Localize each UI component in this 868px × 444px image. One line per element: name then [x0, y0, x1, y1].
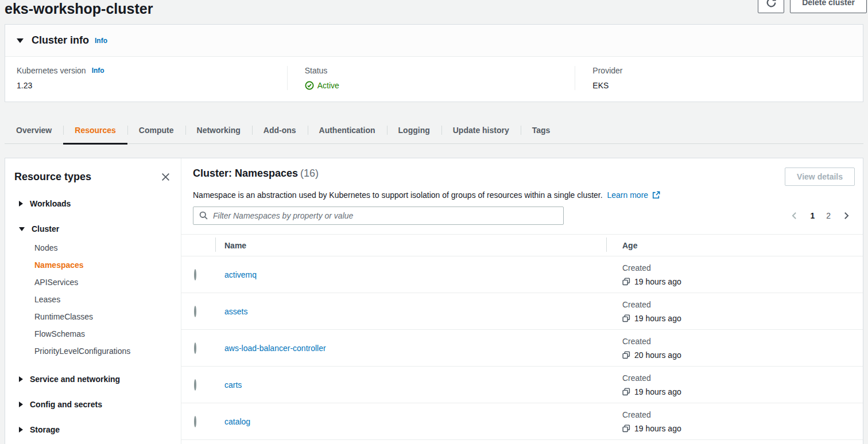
- caret-down-icon: [19, 227, 25, 231]
- pagination-page-2[interactable]: 2: [826, 211, 831, 220]
- column-header-age[interactable]: Age: [606, 241, 863, 250]
- copy-icon[interactable]: [622, 424, 630, 433]
- check-circle-icon: [305, 81, 314, 90]
- caret-right-icon: [19, 201, 23, 207]
- cluster-info-title: Cluster info: [32, 34, 89, 46]
- copy-icon[interactable]: [622, 314, 630, 322]
- row-radio[interactable]: [194, 416, 196, 427]
- tab-add-ons[interactable]: Add-ons: [252, 117, 308, 143]
- description-text: Namespace is an abstraction used by Kube…: [193, 190, 603, 200]
- tree-group-label: Cluster: [32, 223, 59, 235]
- delete-cluster-button[interactable]: Delete cluster: [790, 0, 867, 13]
- tree-group-cluster[interactable]: Cluster: [19, 223, 172, 235]
- tab-networking[interactable]: Networking: [185, 117, 252, 143]
- namespaces-content: Cluster: Namespaces (16) View details Na…: [181, 158, 863, 444]
- namespace-link[interactable]: assets: [224, 307, 247, 316]
- external-link-icon: [652, 191, 660, 199]
- tree-item-namespaces[interactable]: Namespaces: [34, 256, 172, 274]
- tree-item-apiservices[interactable]: APIServices: [34, 274, 172, 291]
- cluster-info-header[interactable]: Cluster info Info: [5, 25, 863, 56]
- namespaces-table: Name Age activemq Created 19 hours ago: [181, 234, 863, 440]
- table-row: activemq Created 19 hours ago: [181, 256, 863, 293]
- cluster-tabs: Overview Resources Compute Networking Ad…: [5, 117, 863, 144]
- tree-group-label: Storage: [30, 424, 60, 435]
- age-value: 19 hours ago: [634, 385, 681, 399]
- created-label: Created: [622, 298, 863, 311]
- row-radio[interactable]: [194, 379, 196, 391]
- namespaces-title: Cluster: Namespaces: [193, 168, 298, 179]
- cluster-info-card: Cluster info Info Kubernetes version Inf…: [5, 24, 863, 102]
- tree-group-storage[interactable]: Storage: [19, 424, 172, 435]
- copy-icon[interactable]: [622, 278, 630, 286]
- resource-tree: Workloads Cluster Nodes Namespaces APISe…: [14, 198, 172, 435]
- cluster-info-info-link[interactable]: Info: [95, 37, 107, 45]
- tree-item-prioritylevelconfigurations[interactable]: PriorityLevelConfigurations: [34, 342, 172, 360]
- created-label: Created: [622, 334, 863, 348]
- chevron-right-icon[interactable]: [842, 212, 850, 220]
- copy-icon[interactable]: [622, 351, 630, 359]
- kubernetes-version-field: Kubernetes version Info 1.23: [5, 66, 287, 90]
- copy-icon[interactable]: [622, 388, 630, 396]
- table-row: carts Created 19 hours ago: [181, 367, 863, 403]
- page-header: eks-workshop-cluster Delete cluster: [0, 0, 868, 16]
- tab-logging[interactable]: Logging: [387, 117, 441, 143]
- namespaces-count: (16): [300, 168, 319, 179]
- close-icon[interactable]: [160, 171, 172, 183]
- tab-resources[interactable]: Resources: [63, 117, 127, 143]
- pagination: 1 2: [790, 211, 850, 220]
- tab-compute[interactable]: Compute: [127, 117, 185, 143]
- row-radio[interactable]: [194, 306, 196, 317]
- caret-right-icon: [19, 427, 23, 433]
- tree-group-label: Workloads: [30, 198, 71, 209]
- tree-item-flowschemas[interactable]: FlowSchemas: [34, 325, 172, 342]
- row-radio[interactable]: [194, 342, 196, 354]
- namespace-link[interactable]: activemq: [224, 270, 257, 279]
- table-row: assets Created 19 hours ago: [181, 293, 863, 330]
- filter-box: [193, 207, 564, 225]
- kubernetes-version-label: Kubernetes version: [17, 66, 86, 75]
- provider-value: EKS: [592, 81, 863, 90]
- provider-field: Provider EKS: [575, 66, 863, 90]
- tree-item-leases[interactable]: Leases: [34, 291, 172, 308]
- tree-group-config-and-secrets[interactable]: Config and secrets: [19, 399, 172, 410]
- tree-group-label: Config and secrets: [30, 399, 102, 410]
- tab-overview[interactable]: Overview: [5, 117, 63, 143]
- tree-group-workloads[interactable]: Workloads: [19, 198, 172, 209]
- age-value: 19 hours ago: [634, 275, 681, 289]
- caret-right-icon: [19, 376, 23, 382]
- row-radio[interactable]: [194, 269, 196, 281]
- tab-update-history[interactable]: Update history: [441, 117, 521, 143]
- chevron-left-icon[interactable]: [790, 212, 799, 220]
- namespaces-description: Namespace is an abstraction used by Kube…: [181, 186, 863, 200]
- column-header-name[interactable]: Name: [215, 241, 606, 250]
- resource-types-title: Resource types: [14, 171, 91, 183]
- filter-namespaces-input[interactable]: [193, 207, 564, 225]
- table-toolbar: 1 2: [181, 207, 863, 225]
- refresh-button[interactable]: [758, 0, 784, 13]
- status-value: Active: [317, 81, 339, 90]
- tab-tags[interactable]: Tags: [521, 117, 562, 143]
- kubernetes-version-info-link[interactable]: Info: [92, 67, 104, 75]
- table-row: catalog Created 19 hours ago: [181, 403, 863, 440]
- tree-item-runtimeclasses[interactable]: RuntimeClasses: [34, 308, 172, 325]
- age-value: 19 hours ago: [634, 422, 681, 435]
- namespace-link[interactable]: aws-load-balancer-controller: [224, 344, 326, 353]
- page-title: eks-workshop-cluster: [5, 0, 863, 17]
- tree-item-nodes[interactable]: Nodes: [34, 239, 172, 256]
- tab-authentication[interactable]: Authentication: [308, 117, 387, 143]
- header-actions: Delete cluster: [758, 0, 867, 13]
- search-icon: [199, 211, 208, 220]
- created-label: Created: [622, 408, 863, 422]
- table-header: Name Age: [181, 234, 863, 256]
- kubernetes-version-value: 1.23: [17, 81, 287, 90]
- namespace-link[interactable]: catalog: [224, 417, 250, 426]
- pagination-page-1[interactable]: 1: [810, 211, 815, 220]
- namespace-link[interactable]: carts: [224, 380, 242, 390]
- collapse-caret-icon: [17, 38, 24, 43]
- tree-group-label: Service and networking: [30, 373, 120, 385]
- cluster-children: Nodes Namespaces APIServices Leases Runt…: [19, 239, 172, 360]
- view-details-button[interactable]: View details: [785, 168, 855, 186]
- namespaces-heading: Cluster: Namespaces (16): [193, 168, 319, 180]
- learn-more-link[interactable]: Learn more: [607, 190, 649, 200]
- tree-group-service-and-networking[interactable]: Service and networking: [19, 373, 172, 385]
